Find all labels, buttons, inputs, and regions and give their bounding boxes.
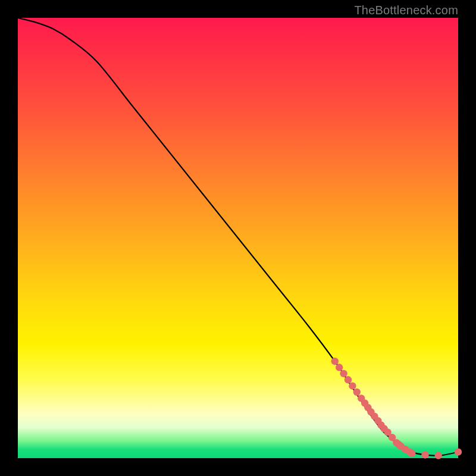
data-point (349, 382, 356, 389)
data-point (340, 370, 347, 377)
chart-stage: TheBottleneck.com (0, 0, 476, 476)
data-point (421, 451, 428, 458)
series-curve (18, 18, 458, 456)
data-point (353, 389, 361, 396)
series-points (331, 358, 462, 459)
plot-area (18, 18, 458, 458)
data-point (408, 450, 415, 457)
data-point (331, 358, 339, 365)
data-point (345, 376, 352, 383)
watermark-text: TheBottleneck.com (354, 4, 458, 17)
data-point (336, 364, 343, 371)
data-point (455, 448, 462, 455)
chart-overlay-svg (18, 18, 458, 458)
data-point (435, 452, 442, 459)
